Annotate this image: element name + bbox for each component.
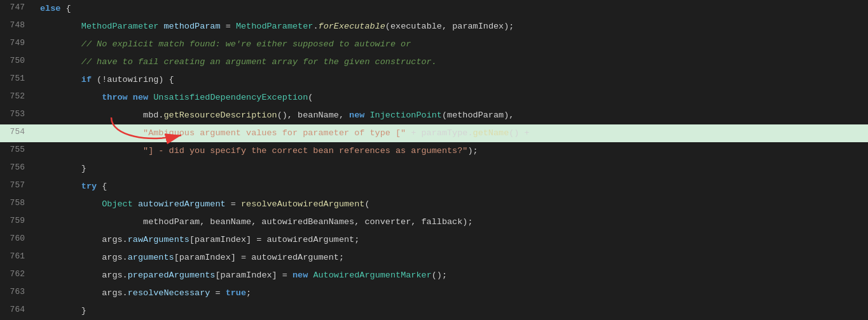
code-line: 750 // have to fail creating an argument… xyxy=(0,53,868,71)
line-number: 750 xyxy=(0,53,35,65)
line-number: 760 xyxy=(0,231,35,243)
code-line: 760 args.rawArguments[paramIndex] = auto… xyxy=(0,231,868,249)
code-line: 762 args.preparedArguments[paramIndex] =… xyxy=(0,267,868,284)
code-line: 747else { xyxy=(0,0,868,18)
line-number: 748 xyxy=(0,18,35,30)
line-content: } xyxy=(35,160,868,178)
line-content: // No explicit match found: we're either… xyxy=(35,36,868,53)
line-content: try { xyxy=(35,178,868,196)
code-line: 749 // No explicit match found: we're ei… xyxy=(0,36,868,53)
code-line: 757 try { xyxy=(0,178,868,196)
line-number: 758 xyxy=(0,196,35,208)
line-number: 761 xyxy=(0,249,35,261)
code-line: 763 args.resolveNecessary = true; xyxy=(0,284,868,302)
line-number: 756 xyxy=(0,160,35,172)
line-content: else { xyxy=(35,0,868,18)
code-line: 764 } xyxy=(0,302,868,320)
line-number: 752 xyxy=(0,89,35,101)
line-content: "Ambiguous argument values for parameter… xyxy=(35,124,868,142)
line-number: 749 xyxy=(0,36,35,48)
line-number: 763 xyxy=(0,284,35,297)
line-content: args.resolveNecessary = true; xyxy=(35,284,868,302)
code-line: 755 "] - did you specify the correct bea… xyxy=(0,142,868,160)
line-number: 753 xyxy=(0,107,35,119)
line-number: 747 xyxy=(0,0,35,12)
line-content: throw new UnsatisfiedDependencyException… xyxy=(35,89,868,107)
code-container: 747else {748 MethodParameter methodParam… xyxy=(0,0,868,320)
code-line: 761 args.arguments[paramIndex] = autowir… xyxy=(0,249,868,267)
line-content: args.arguments[paramIndex] = autowiredAr… xyxy=(35,249,868,267)
line-content: mbd.getResourceDescription(), beanName, … xyxy=(35,107,868,124)
line-number: 754 xyxy=(0,124,35,137)
line-content: } xyxy=(35,302,868,320)
line-content: if (!autowiring) { xyxy=(35,71,868,89)
line-content: args.rawArguments[paramIndex] = autowire… xyxy=(35,231,868,249)
line-content: args.preparedArguments[paramIndex] = new… xyxy=(35,267,868,284)
line-content: MethodParameter methodParam = MethodPara… xyxy=(35,18,868,36)
line-number: 757 xyxy=(0,178,35,190)
code-line: 752 throw new UnsatisfiedDependencyExcep… xyxy=(0,89,868,107)
line-number: 764 xyxy=(0,302,35,314)
code-line: 758 Object autowiredArgument = resolveAu… xyxy=(0,196,868,213)
code-line: 748 MethodParameter methodParam = Method… xyxy=(0,18,868,36)
code-line: 751 if (!autowiring) { xyxy=(0,71,868,89)
line-number: 755 xyxy=(0,142,35,154)
line-number: 759 xyxy=(0,213,35,225)
code-line: 756 } xyxy=(0,160,868,178)
code-line: 754 "Ambiguous argument values for param… xyxy=(0,124,868,142)
line-content: methodParam, beanName, autowiredBeanName… xyxy=(35,213,868,231)
line-content: // have to fail creating an argument arr… xyxy=(35,53,868,71)
line-number: 762 xyxy=(0,267,35,279)
code-line: 753 mbd.getResourceDescription(), beanNa… xyxy=(0,107,868,124)
code-line: 759 methodParam, beanName, autowiredBean… xyxy=(0,213,868,231)
line-number: 751 xyxy=(0,71,35,83)
line-content: Object autowiredArgument = resolveAutowi… xyxy=(35,196,868,213)
line-content: "] - did you specify the correct bean re… xyxy=(35,142,868,160)
